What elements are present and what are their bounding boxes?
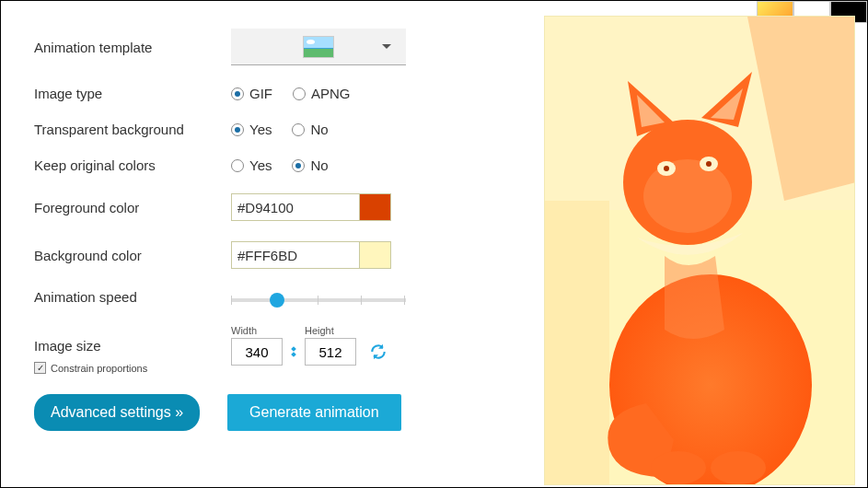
refresh-icon[interactable]	[369, 343, 388, 361]
animation-template-label: Animation template	[34, 40, 231, 55]
height-input[interactable]	[305, 338, 356, 366]
svg-point-11	[711, 451, 766, 484]
keep-colors-no-radio[interactable]	[292, 159, 305, 172]
foreground-color-label: Foreground color	[34, 200, 231, 215]
width-input[interactable]	[231, 338, 283, 366]
constrain-proportions-checkbox[interactable]: ✓	[34, 362, 46, 374]
background-color-label: Background color	[34, 248, 231, 263]
svg-point-10	[651, 451, 706, 484]
background-color-swatch[interactable]	[360, 241, 391, 269]
animation-speed-slider[interactable]	[231, 293, 406, 302]
image-type-apng-radio[interactable]	[293, 87, 306, 100]
foreground-color-input[interactable]: #D94100	[231, 193, 360, 221]
settings-form: Animation template Image type GIF APNG	[1, 1, 544, 487]
svg-point-8	[664, 166, 669, 171]
keep-colors-yes-label: Yes	[249, 157, 272, 173]
animation-speed-label: Animation speed	[34, 289, 231, 305]
background-color-input[interactable]: #FFF6BD	[231, 241, 360, 269]
chevron-down-icon	[382, 44, 391, 49]
image-type-label: Image type	[34, 86, 231, 101]
keep-colors-yes-radio[interactable]	[231, 159, 244, 172]
keep-colors-label: Keep original colors	[34, 157, 231, 173]
keep-colors-no-label: No	[310, 157, 328, 173]
transparent-yes-radio[interactable]	[231, 123, 244, 136]
image-type-gif-radio[interactable]	[231, 87, 244, 100]
transparent-no-label: No	[310, 122, 328, 137]
constrain-proportions-text: Constrain proportions	[51, 363, 147, 374]
transparent-yes-label: Yes	[249, 122, 272, 137]
foreground-color-swatch[interactable]	[360, 193, 391, 221]
width-label: Width	[231, 325, 283, 336]
transparent-bg-label: Transparent background	[34, 122, 231, 137]
template-thumbnail-icon	[303, 36, 334, 58]
image-size-label: Image size	[34, 338, 231, 354]
height-label: Height	[305, 325, 356, 336]
link-dimensions-icon[interactable]	[292, 338, 295, 366]
transparent-no-radio[interactable]	[292, 123, 305, 136]
svg-point-9	[706, 161, 712, 167]
image-type-gif-label: GIF	[249, 86, 272, 101]
svg-rect-2	[545, 201, 609, 485]
svg-point-5	[643, 159, 732, 233]
advanced-settings-button[interactable]: Advanced settings »	[34, 394, 200, 431]
image-type-apng-label: APNG	[311, 86, 351, 101]
preview-image	[544, 16, 855, 485]
template-dropdown[interactable]	[231, 29, 406, 65]
slider-knob[interactable]	[270, 293, 284, 308]
generate-animation-button[interactable]: Generate animation	[227, 394, 401, 431]
